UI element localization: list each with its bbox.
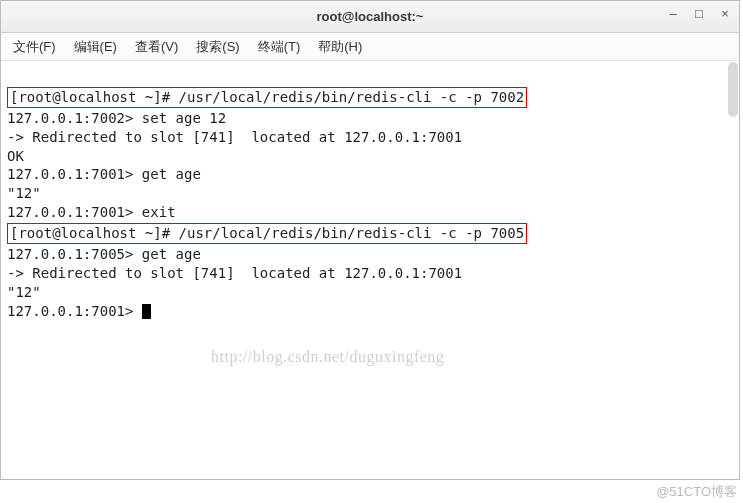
terminal-line: -> Redirected to slot [741] located at 1… (7, 129, 462, 145)
command-1: /usr/local/redis/bin/redis-cli -c -p 700… (179, 89, 525, 105)
close-icon[interactable]: × (719, 7, 731, 19)
terminal-line: 127.0.0.1:7001> (7, 303, 142, 319)
terminal-line: 127.0.0.1:7005> get age (7, 246, 201, 262)
window-controls: – □ × (667, 7, 731, 19)
footer-attribution: @51CTO博客 (656, 483, 737, 501)
cursor-icon (142, 304, 151, 319)
command-2: /usr/local/redis/bin/redis-cli -c -p 700… (179, 225, 525, 241)
menu-terminal[interactable]: 终端(T) (254, 36, 305, 58)
terminal-line: OK (7, 148, 24, 164)
terminal-line: "12" (7, 185, 41, 201)
window-title: root@localhost:~ (317, 9, 424, 24)
menu-view[interactable]: 查看(V) (131, 36, 182, 58)
menu-edit[interactable]: 编辑(E) (70, 36, 121, 58)
terminal-line: 127.0.0.1:7001> exit (7, 204, 176, 220)
menu-search[interactable]: 搜索(S) (192, 36, 243, 58)
maximize-icon[interactable]: □ (693, 7, 705, 19)
highlight-box-2: [root@localhost ~]# /usr/local/redis/bin… (7, 223, 527, 244)
terminal-line: 127.0.0.1:7001> get age (7, 166, 201, 182)
titlebar: root@localhost:~ – □ × (1, 1, 739, 33)
prompt-2: [root@localhost ~]# (10, 225, 179, 241)
terminal-body[interactable]: [root@localhost ~]# /usr/local/redis/bin… (1, 61, 739, 364)
menu-help[interactable]: 帮助(H) (314, 36, 366, 58)
menubar: 文件(F) 编辑(E) 查看(V) 搜索(S) 终端(T) 帮助(H) (1, 33, 739, 61)
highlight-box-1: [root@localhost ~]# /usr/local/redis/bin… (7, 87, 527, 108)
menu-file[interactable]: 文件(F) (9, 36, 60, 58)
prompt-1: [root@localhost ~]# (10, 89, 179, 105)
terminal-window: root@localhost:~ – □ × 文件(F) 编辑(E) 查看(V)… (0, 0, 740, 480)
terminal-line: -> Redirected to slot [741] located at 1… (7, 265, 462, 281)
minimize-icon[interactable]: – (667, 7, 679, 19)
terminal-line: 127.0.0.1:7002> set age 12 (7, 110, 226, 126)
terminal-line: "12" (7, 284, 41, 300)
scrollbar-thumb[interactable] (728, 62, 738, 117)
watermark-text: http://blog.csdn.net/duguxingfeng (211, 346, 444, 368)
